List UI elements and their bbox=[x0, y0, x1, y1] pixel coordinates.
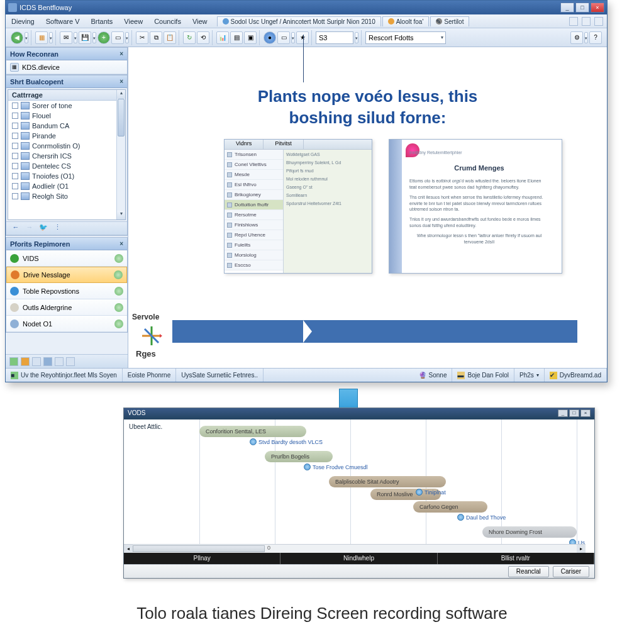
checkbox[interactable] bbox=[12, 113, 18, 119]
doc-icon[interactable]: ▭ bbox=[277, 31, 290, 44]
gantt-item[interactable]: Stvd Bardty desoth VLCS bbox=[250, 438, 323, 445]
checkbox[interactable] bbox=[12, 173, 18, 179]
sf-icon-6[interactable] bbox=[66, 357, 75, 366]
report-row[interactable]: Outls Aldergrine bbox=[6, 299, 127, 316]
gantt-item[interactable]: Conforition Senttal, LES bbox=[199, 426, 306, 437]
report-row[interactable]: Nodet O1 bbox=[6, 316, 127, 332]
tree-item[interactable]: Reolgh Sito bbox=[8, 191, 125, 201]
grid-icon[interactable]: ▦ bbox=[35, 31, 48, 44]
tree-scrollbar[interactable]: ▴ ▾ bbox=[116, 90, 125, 219]
gantt-item[interactable]: Nhore Downing Frost bbox=[482, 526, 577, 538]
doc-tab-3[interactable]: ✎Sertilot bbox=[430, 16, 469, 26]
checkbox[interactable] bbox=[12, 153, 18, 159]
help-icon[interactable]: ? bbox=[589, 31, 602, 44]
close-icon[interactable]: × bbox=[119, 50, 123, 57]
globe-icon[interactable]: ● bbox=[264, 31, 276, 44]
checkbox[interactable] bbox=[12, 123, 18, 129]
gantt-close-button[interactable]: × bbox=[580, 409, 591, 417]
tree-item[interactable]: Bandum CA bbox=[8, 121, 125, 131]
gantt-item[interactable]: Tiniplnat bbox=[416, 489, 446, 496]
page-number-input[interactable] bbox=[316, 31, 353, 44]
refresh-icon[interactable]: ↻ bbox=[183, 31, 196, 44]
tree-item[interactable]: Pirande bbox=[8, 131, 125, 141]
tree-item[interactable]: Tnoiofes (O1) bbox=[8, 171, 125, 181]
reanclal-button[interactable]: Reanclal bbox=[508, 566, 549, 577]
sf-icon-3[interactable] bbox=[32, 357, 41, 366]
timeline-bar[interactable] bbox=[172, 320, 577, 343]
report-row[interactable]: Drive Nesslage bbox=[6, 267, 127, 283]
nav-prev-icon[interactable]: ← bbox=[10, 223, 21, 233]
gantt-item[interactable]: Prurlbn Bogelis bbox=[265, 451, 333, 462]
close-button[interactable]: × bbox=[591, 3, 604, 13]
nav-next-icon[interactable]: → bbox=[24, 223, 35, 233]
sf-icon-5[interactable] bbox=[55, 357, 64, 366]
thumbnail-document[interactable]: Innljtdny Retutemittertphler Crumd Menge… bbox=[389, 139, 562, 274]
aux-icon-3[interactable] bbox=[594, 17, 603, 26]
scroll-left-icon[interactable]: ◂ bbox=[124, 545, 133, 553]
checkbox[interactable] bbox=[12, 163, 18, 169]
tree-item[interactable]: Chersrih ICS bbox=[8, 151, 125, 161]
nav-more-icon[interactable]: ⋮ bbox=[52, 223, 63, 233]
panel-bualcopent-header[interactable]: Shrt Bualcopent × bbox=[6, 75, 127, 88]
close-icon[interactable]: × bbox=[119, 240, 123, 247]
gantt-hscrollbar[interactable]: ◂ 0 ▸ bbox=[124, 544, 586, 553]
mail-icon[interactable]: ✉ bbox=[60, 31, 72, 44]
gear-icon[interactable]: ⚙ bbox=[570, 31, 583, 44]
sync-icon[interactable]: ⟲ bbox=[197, 31, 209, 44]
grid-drop[interactable]: ▾ bbox=[49, 32, 53, 43]
paste-icon[interactable]: 📋 bbox=[164, 31, 176, 44]
panel-repimoren-header[interactable]: Pforits Repimoren × bbox=[6, 238, 127, 250]
page-icon[interactable]: ▭ bbox=[111, 31, 124, 44]
cariser-button[interactable]: Cariser bbox=[553, 566, 589, 577]
nav-back-drop[interactable]: ▾ bbox=[25, 32, 28, 43]
minimize-button[interactable]: _ bbox=[560, 3, 574, 13]
scroll-hthumb[interactable] bbox=[133, 545, 265, 552]
checkbox[interactable] bbox=[12, 183, 18, 189]
checkbox[interactable] bbox=[12, 133, 18, 139]
menu-brtants[interactable]: Brtants bbox=[86, 14, 119, 28]
nav-back-button[interactable]: ◀ bbox=[11, 31, 23, 44]
gantt-min-button[interactable]: _ bbox=[558, 409, 568, 417]
menu-view[interactable]: View bbox=[187, 14, 213, 28]
panel-reconran-row[interactable]: ▦ KDS.dlevice bbox=[6, 60, 127, 74]
menu-vieew[interactable]: Vieew bbox=[118, 14, 148, 28]
menu-councifs[interactable]: Councifs bbox=[148, 14, 187, 28]
nav-bird-icon[interactable]: 🐦 bbox=[38, 223, 49, 233]
tree-item[interactable]: Aodlielr (O1 bbox=[8, 181, 125, 191]
doc-tab-2[interactable]: Aloolt foa' bbox=[382, 16, 430, 26]
menu-dieving[interactable]: Dieving bbox=[6, 14, 40, 28]
report-row[interactable]: VIDS bbox=[6, 250, 127, 267]
report-row[interactable]: Toble Repovstions bbox=[6, 283, 127, 299]
scroll-right-icon[interactable]: ▸ bbox=[577, 545, 586, 553]
timeline-marker[interactable] bbox=[303, 35, 304, 82]
layout-icon[interactable]: ▣ bbox=[244, 31, 257, 44]
add-icon[interactable]: + bbox=[97, 31, 110, 44]
aux-icon-1[interactable] bbox=[569, 17, 578, 26]
copy-icon[interactable]: ⧉ bbox=[150, 31, 162, 44]
gantt-canvas[interactable]: Ubeet Attlic. Conforition Senttal, LESSt… bbox=[124, 419, 594, 553]
maximize-button[interactable]: □ bbox=[575, 3, 589, 13]
filter-combo[interactable]: Rescort Fdotts bbox=[365, 31, 446, 44]
thumbnail-menu[interactable]: VidnrsPitvitst TrlsonsenConel VliettivsM… bbox=[224, 139, 372, 274]
gantt-item[interactable]: Balpliscoble Sitat Adootry bbox=[329, 476, 446, 487]
sf-icon-4[interactable] bbox=[43, 357, 52, 366]
gantt-max-button[interactable]: □ bbox=[569, 409, 579, 417]
form-icon[interactable]: ▤ bbox=[230, 31, 243, 44]
cut-icon[interactable]: ✂ bbox=[136, 31, 148, 44]
scroll-down-icon[interactable]: ▾ bbox=[117, 211, 125, 219]
checkbox[interactable] bbox=[12, 193, 18, 199]
aux-icon-2[interactable] bbox=[582, 17, 591, 26]
doc-tab-1[interactable]: Sodol Usc Ungef / Anincotert Mott Suripl… bbox=[217, 16, 381, 26]
save-icon[interactable]: 💾 bbox=[79, 31, 91, 44]
tree-item[interactable]: Dentelec CS bbox=[8, 161, 125, 171]
menu-software[interactable]: Software V bbox=[40, 14, 86, 28]
panel-reconran-header[interactable]: How Reconran × bbox=[6, 48, 127, 60]
sf-icon-2[interactable] bbox=[21, 357, 30, 366]
checkbox[interactable] bbox=[12, 103, 18, 109]
gantt-item[interactable]: Carfono Gegen bbox=[413, 501, 487, 513]
scroll-thumb[interactable] bbox=[118, 99, 125, 136]
tree-item[interactable]: Sorer of tone bbox=[8, 101, 125, 111]
chart-icon[interactable]: 📊 bbox=[216, 31, 229, 44]
star-icon[interactable]: ★ bbox=[296, 31, 309, 44]
gantt-item[interactable]: Tose Frodve Cmuesdl bbox=[304, 464, 368, 470]
